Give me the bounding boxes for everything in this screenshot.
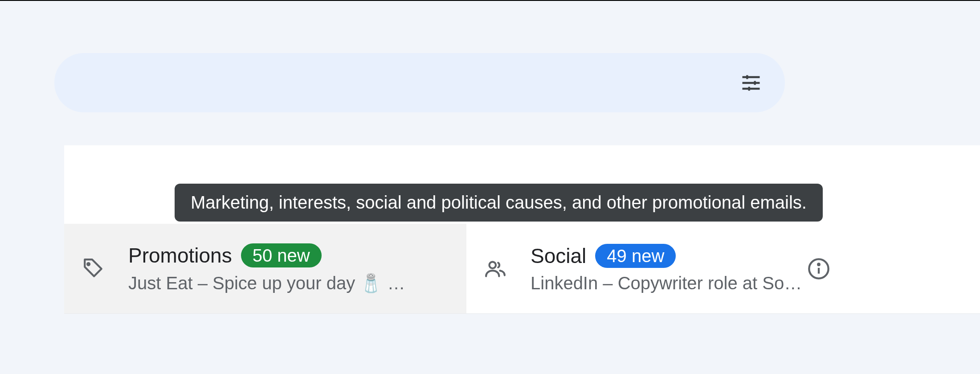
tab-promotions-label: Promotions	[128, 243, 232, 267]
tab-promotions[interactable]: Promotions 50 new Just Eat – Spice up yo…	[64, 224, 466, 313]
social-preview-text: LinkedIn – Copywriter role at So…	[531, 273, 837, 293]
tune-icon[interactable]	[739, 71, 763, 95]
people-icon	[484, 258, 506, 280]
promotions-tooltip: Marketing, interests, social and politic…	[175, 184, 823, 222]
social-new-badge: 49 new	[595, 244, 676, 268]
tab-social[interactable]: Social 49 new LinkedIn – Copywriter role…	[466, 224, 855, 313]
category-tabs-row: Promotions 50 new Just Eat – Spice up yo…	[64, 224, 980, 314]
search-bar[interactable]	[54, 53, 785, 112]
svg-point-7	[489, 262, 496, 268]
promotions-preview-text: Just Eat – Spice up your day 🧂 …	[128, 273, 440, 294]
svg-point-10	[818, 263, 819, 265]
svg-point-6	[87, 263, 90, 265]
tooltip-text: Marketing, interests, social and politic…	[191, 193, 807, 212]
info-icon[interactable]	[807, 257, 830, 280]
tab-social-label: Social	[531, 244, 586, 268]
tag-icon	[82, 258, 104, 280]
promotions-new-badge: 50 new	[241, 243, 322, 267]
